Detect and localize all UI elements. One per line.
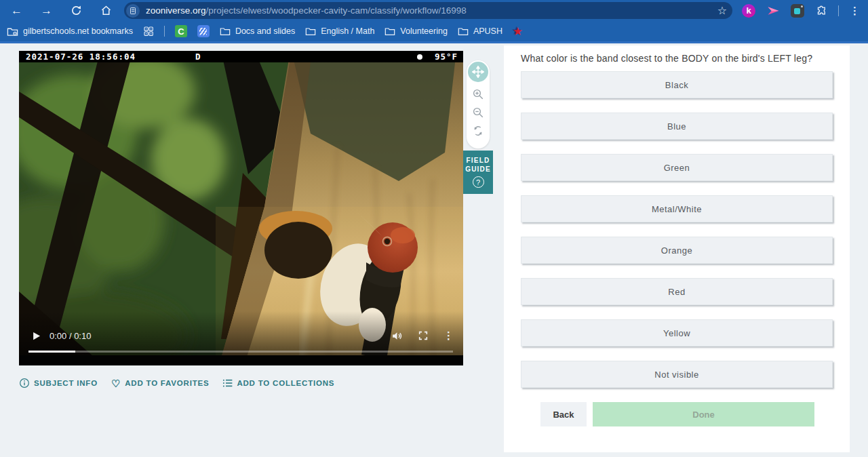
url-path: /projects/elwest/woodpecker-cavity-cam/c… — [206, 5, 467, 16]
site-info-icon[interactable] — [126, 4, 140, 18]
answer-green[interactable]: Green — [521, 154, 833, 181]
home-icon[interactable] — [100, 5, 112, 16]
star-favicon-bookmark[interactable]: ★ — [513, 24, 523, 39]
osd-temperature: 95°F — [435, 52, 458, 62]
bookmark-folder-label: Docs and slides — [235, 26, 295, 36]
video-bottom-band — [19, 355, 463, 365]
help-icon: ? — [473, 176, 484, 188]
kami-extension-icon[interactable]: k — [742, 4, 755, 18]
bookmarks-divider — [164, 26, 165, 37]
bookmark-star-icon[interactable]: ☆ — [717, 4, 727, 17]
osd-record-dot — [417, 54, 422, 60]
video-controls: 0:00 / 0:10 ⋮ — [19, 326, 463, 345]
forward-icon[interactable]: → — [41, 5, 52, 16]
answer-not-visible[interactable]: Not visible — [521, 361, 833, 388]
field-guide-tab[interactable]: FIELD GUIDE ? — [463, 151, 493, 194]
video-time-display: 0:00 / 0:10 — [50, 331, 91, 341]
back-icon[interactable]: ← — [11, 5, 22, 16]
video-progress-fill — [28, 351, 75, 353]
nav-buttons: ← → — [0, 5, 124, 16]
folder-icon — [458, 26, 469, 36]
subject-tool-rail — [467, 60, 490, 148]
done-button[interactable]: Done — [593, 402, 814, 426]
bookmark-folder-apush[interactable]: APUSH — [458, 26, 502, 36]
task-question: What color is the band closest to the BO… — [504, 45, 850, 64]
info-icon — [19, 378, 30, 389]
folder-icon — [220, 26, 231, 36]
bookmarks-bar: gilbertschools.net bookmarks C Docs and … — [0, 21, 868, 43]
pan-tool-icon[interactable] — [468, 62, 488, 82]
pink-arrow-extension-icon[interactable] — [766, 4, 780, 18]
rotate-icon[interactable] — [472, 125, 484, 137]
fullscreen-icon[interactable] — [418, 330, 429, 341]
add-favorites-label: ADD TO FAVORITES — [125, 379, 209, 387]
bookmark-folder-volunteering[interactable]: Volunteering — [384, 26, 448, 36]
bookmark-folder-label: APUSH — [473, 26, 502, 36]
answer-red[interactable]: Red — [521, 278, 833, 305]
add-to-favorites-link[interactable]: ♡ ADD TO FAVORITES — [111, 378, 209, 389]
answer-black[interactable]: Black — [521, 71, 833, 98]
zoom-in-icon[interactable] — [472, 88, 484, 100]
folder-gear-icon — [7, 26, 18, 37]
zooniverse-classify-page: 2021-07-26 18:56:04 D 95°F 0:00 / 0:10 ⋮ — [0, 45, 868, 457]
extension-icons: k ⋮ — [742, 4, 868, 18]
clever-bookmark-icon[interactable]: C — [175, 25, 187, 37]
extensions-puzzle-icon[interactable] — [815, 5, 827, 17]
chrome-menu-icon[interactable]: ⋮ — [850, 5, 860, 17]
osd-datetime: 2021-07-26 18:56:04 — [26, 52, 136, 62]
subject-video[interactable]: 2021-07-26 18:56:04 D 95°F 0:00 / 0:10 ⋮ — [19, 51, 463, 365]
managed-bookmarks-label: gilbertschools.net bookmarks — [23, 26, 133, 36]
striped-bookmark-icon[interactable] — [197, 25, 210, 37]
answer-options: Black Blue Green Metal/White Orange Red … — [504, 64, 850, 388]
securly-dot — [801, 5, 803, 7]
answer-metal-white[interactable]: Metal/White — [521, 195, 833, 222]
field-guide-label-2: GUIDE — [465, 165, 491, 173]
heart-icon: ♡ — [111, 378, 121, 389]
camera-osd-bar: 2021-07-26 18:56:04 D 95°F — [19, 51, 463, 62]
url-text[interactable]: zooniverse.org/projects/elwest/woodpecke… — [146, 5, 717, 16]
add-collections-label: ADD TO COLLECTIONS — [237, 379, 334, 387]
add-to-collections-link[interactable]: ADD TO COLLECTIONS — [222, 378, 334, 388]
bookmark-folder-docs[interactable]: Docs and slides — [220, 26, 295, 36]
bookmark-folder-english-math[interactable]: English / Math — [305, 26, 374, 36]
managed-bookmarks-folder[interactable]: gilbertschools.net bookmarks — [7, 26, 133, 37]
field-guide-label-1: FIELD — [467, 157, 490, 164]
folder-icon — [305, 26, 316, 36]
securly-inner-square — [794, 8, 800, 14]
url-domain: zooniverse.org — [146, 5, 206, 16]
reload-icon[interactable] — [71, 5, 82, 16]
subject-info-link[interactable]: SUBJECT INFO — [19, 378, 98, 389]
video-menu-icon[interactable]: ⋮ — [443, 330, 454, 342]
apps-grid-icon[interactable] — [143, 26, 154, 37]
securly-extension-icon[interactable] — [791, 4, 804, 18]
bookmark-folder-label: English / Math — [321, 26, 374, 36]
address-bar[interactable]: zooniverse.org/projects/elwest/woodpecke… — [124, 2, 732, 19]
toolbar-divider — [838, 5, 839, 16]
answer-yellow[interactable]: Yellow — [521, 319, 833, 346]
volume-icon[interactable] — [391, 330, 403, 342]
subject-meta-links: SUBJECT INFO ♡ ADD TO FAVORITES ADD TO C… — [19, 378, 334, 389]
zoom-out-icon[interactable] — [472, 106, 484, 119]
play-icon[interactable] — [31, 331, 41, 341]
folder-icon — [384, 26, 395, 36]
back-button[interactable]: Back — [540, 402, 587, 426]
classification-task-panel: What color is the band closest to the BO… — [504, 45, 850, 452]
osd-mode: D — [195, 52, 201, 62]
video-progress-bar[interactable] — [28, 351, 453, 353]
subject-info-label: SUBJECT INFO — [34, 379, 98, 387]
browser-toolbar: ← → zooniverse.org/projects/elwest/woodp… — [0, 0, 868, 21]
bookmark-folder-label: Volunteering — [400, 26, 448, 36]
answer-blue[interactable]: Blue — [521, 113, 833, 140]
answer-orange[interactable]: Orange — [521, 237, 833, 264]
task-footer: Back Done — [540, 402, 850, 426]
list-icon — [222, 378, 233, 388]
